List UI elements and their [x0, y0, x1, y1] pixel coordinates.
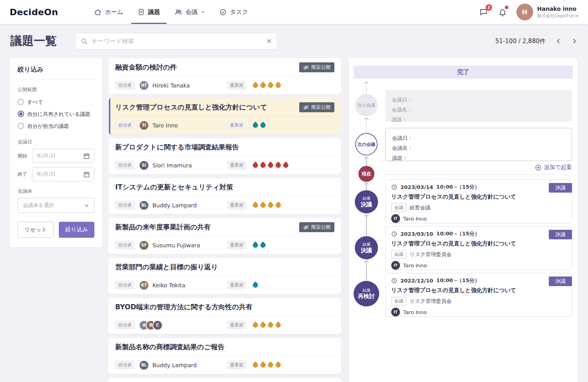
- scope-option[interactable]: 自分に共有されている議題: [18, 108, 94, 120]
- date-start-row: 開始 年/月/日: [18, 149, 94, 163]
- calendar-icon[interactable]: [83, 153, 90, 159]
- timeline-arrow-icon: [364, 260, 368, 264]
- nav-item-home[interactable]: ホーム: [87, 0, 130, 24]
- add-proposal-label: 追加で起案: [544, 164, 572, 171]
- agenda-card-head: 営業部門の業績と目標の振り返り: [115, 258, 334, 277]
- owner-group: BL Buddy Lampard: [139, 360, 223, 370]
- user-menu[interactable]: H Hanako inno 株式会社LegalForce: [516, 4, 578, 20]
- agenda-card-head: BYOD端末の管理方法に関する方向性の共有: [115, 298, 334, 316]
- scope-option[interactable]: 自分が担当の議題: [18, 120, 94, 132]
- flame-orange-icon: [267, 82, 274, 89]
- importance-label: 重要度: [227, 241, 246, 250]
- owner-name: Keiko Tokita: [152, 282, 185, 288]
- clock-icon: [391, 278, 397, 284]
- agenda-card[interactable]: リスク管理プロセスの見直しと強化方針について 限定公開 担当者 TI Taro …: [109, 98, 341, 134]
- agenda-title: 新製品名称の商標調査結果のご報告: [115, 342, 224, 352]
- app-logo: DecideOn: [10, 7, 58, 17]
- prev-page-button[interactable]: [555, 38, 562, 44]
- pagination-label: 51-100 / 2,880件: [495, 38, 546, 45]
- meeting-card[interactable]: 決議 2023/03/14 10:00 -（15分） リスク管理プロセスの見直し…: [385, 179, 572, 223]
- add-proposal-link[interactable]: 追加で起案: [535, 164, 572, 171]
- owner-name: Taro Inno: [403, 216, 427, 222]
- timeline-node: 結果 再検討: [354, 281, 379, 306]
- apply-filter-button[interactable]: 絞り込み: [59, 222, 94, 238]
- eye-off-icon: [303, 225, 309, 230]
- drop-teal-icon: [252, 241, 259, 249]
- eye-off-icon: [303, 105, 309, 110]
- flame-orange-icon: [259, 82, 266, 89]
- meeting-date-label: 会議日: [18, 139, 94, 145]
- agenda-card-meta: 担当者 ABC 重要度: [115, 316, 334, 334]
- flame-red-icon: [259, 161, 266, 169]
- agenda-card[interactable]: 営業部門の業績と目標の振り返り 担当者 KT Keiko Tokita 重要度: [109, 258, 341, 294]
- scope-options: すべて 自分に共有されている議題 自分が担当の議題: [18, 96, 94, 132]
- nav-item-meetings[interactable]: 会議: [167, 0, 212, 24]
- eye-off-icon: [303, 65, 309, 70]
- agenda-title: リスク管理プロセスの見直しと強化方針について: [115, 103, 267, 112]
- owner-avatar: TI: [139, 120, 149, 131]
- user-text: Hanako inno 株式会社LegalForce: [537, 6, 578, 19]
- check-icon: [219, 8, 227, 16]
- meeting-date: 2023/03/14: [400, 184, 433, 190]
- nav-item-agenda[interactable]: 議題: [130, 0, 167, 24]
- radio-label: 自分に共有されている議題: [27, 111, 90, 118]
- owner-label: 担当者: [115, 121, 135, 130]
- chat-button[interactable]: 3: [478, 6, 489, 18]
- owner-group: SI Siori Imamura: [139, 160, 223, 171]
- chevron-right-icon: [571, 38, 578, 44]
- agenda-card-partial[interactable]: [109, 378, 341, 382]
- owner-name: Buddy Lampard: [152, 202, 197, 209]
- agenda-card[interactable]: 融資金額の検討の件 限定公開 担当者 HT Hiroki Tanaka 重要度: [109, 58, 341, 94]
- chevron-down-icon: [84, 203, 89, 208]
- meeting-body-select[interactable]: 会議体を選択: [18, 198, 94, 213]
- owner-avatar: IT: [391, 261, 400, 270]
- owner-avatars: HT: [139, 80, 149, 91]
- agenda-card[interactable]: BYOD端末の管理方法に関する方向性の共有 担当者 ABC 重要度: [109, 298, 341, 334]
- flame-orange-icon: [252, 361, 259, 368]
- notifications-button[interactable]: [497, 6, 508, 18]
- meeting-card[interactable]: 決議 2023/03/10 10:00 -（15分） リスク管理プロセスの見直し…: [385, 226, 572, 270]
- nav-item-tasks[interactable]: タスク: [212, 0, 256, 24]
- agenda-title: 融資金額の検討の件: [115, 63, 177, 72]
- flame-orange-icon: [274, 82, 282, 89]
- date-end-input[interactable]: 年/月/日: [32, 167, 94, 181]
- timeline-arrow-icon: [364, 214, 368, 218]
- clear-search-icon[interactable]: ✕: [266, 38, 272, 45]
- user-avatar: H: [516, 4, 533, 20]
- placeholder-line: 会議名：: [392, 105, 566, 115]
- owner-label: 担当者: [115, 81, 135, 90]
- meeting-body-name: リスク管理委員会: [410, 251, 452, 258]
- select-placeholder: 会議体を選択: [23, 202, 54, 209]
- timeline-node: 次の会議: [355, 94, 378, 116]
- meeting-tag-row: 会議 経営会議: [391, 203, 566, 212]
- top-bar: DecideOn ホーム 議題 会議 タスク 3: [0, 0, 588, 24]
- drop-teal-icon: [252, 281, 259, 288]
- meeting-card[interactable]: 決議 2022/12/10 10:00 -（15分） リスク管理プロセスの見直し…: [385, 273, 572, 317]
- scope-option[interactable]: すべて: [18, 96, 94, 108]
- agenda-card-meta: 担当者 KT Keiko Tokita 重要度: [115, 277, 334, 294]
- limited-badge-label: 限定公開: [311, 224, 330, 231]
- reset-button[interactable]: リセット: [18, 222, 54, 238]
- flame-red-icon: [267, 161, 274, 169]
- user-name: Hanako inno: [537, 6, 578, 12]
- agenda-card[interactable]: ITシステムの更新とセキュリティ対策 担当者 BL Buddy Lampard …: [109, 178, 341, 214]
- calendar-icon[interactable]: [83, 171, 90, 178]
- flame-orange-icon: [274, 361, 282, 368]
- importance-label: 重要度: [227, 121, 246, 130]
- agenda-list: 融資金額の検討の件 限定公開 担当者 HT Hiroki Tanaka 重要度 …: [109, 58, 341, 374]
- agenda-card[interactable]: 新製品の来年度事業計画の共有 限定公開 担当者 SF Susumu Fujiwa…: [109, 218, 341, 254]
- owner-label: 担当者: [115, 201, 135, 210]
- timeline-node-label: 再検討: [358, 293, 375, 300]
- owner-avatars: BL: [139, 200, 149, 211]
- nav-label: 議題: [148, 8, 160, 16]
- agenda-card[interactable]: 新製品名称の商標調査結果のご報告 担当者 BL Buddy Lampard 重要…: [109, 338, 341, 374]
- agenda-card[interactable]: 新プロダクトに関する市場調査結果報告 担当者 SI Siori Imamura …: [109, 138, 341, 174]
- date-start-input[interactable]: 年/月/日: [32, 149, 94, 163]
- bell-dot: [505, 6, 508, 9]
- agenda-card-meta: 担当者 SI Siori Imamura 重要度: [115, 157, 334, 174]
- chevron-left-icon: [555, 38, 562, 44]
- search-input[interactable]: [92, 38, 262, 45]
- meeting-datetime-row: 2023/03/14 10:00 -（15分）: [391, 183, 566, 191]
- next-page-button[interactable]: [571, 38, 578, 44]
- timeline-panel: 完了 次の会議 次の会議 現在 結果 決議 結果 決議 結果 再検討: [349, 58, 578, 382]
